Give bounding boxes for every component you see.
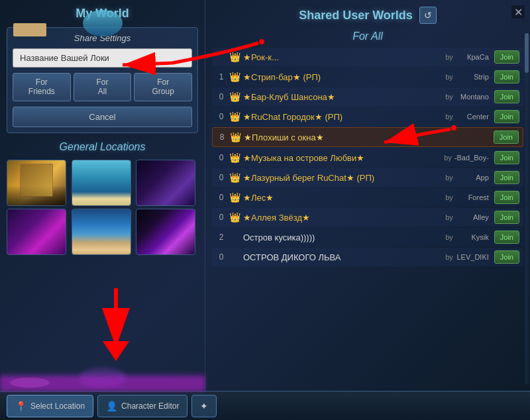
for-group-line1: For [157,78,169,87]
world-name-10: ОСТРОВ ДИКОГО ЛЬВА [243,252,445,262]
world-item-8: 0 👑 ★Аллея Звёзд★ by Alley Join [212,208,523,227]
close-icon: ✕ [514,6,523,19]
world-item-3: 0 👑 ★RuChat Городок★ (РП) by Center Join [212,107,523,126]
location-name-input[interactable] [13,48,192,68]
world-count-3: 0 [216,112,227,121]
crown-icon-8: 👑 [229,212,240,223]
join-button-5[interactable]: Join [494,151,519,164]
worlds-list: 👑 ★Рок-к... by КраСа Join 1 👑 ★Стрип-бар… [212,48,523,266]
world-name-0: ★Рок-к... [243,52,445,62]
thumbnail-grid [7,160,198,255]
for-friends-line2: Friends [28,87,55,96]
world-count-1: 1 [216,72,227,81]
world-name-2: ★Бар-Клуб Шансона★ [243,92,445,102]
world-author-3: Center [456,113,489,121]
world-item-6: 0 👑 ★Лазурный берег RuChat★ (РП) by App … [212,168,523,187]
for-group-line2: Group [152,87,174,96]
world-by-9: by [445,233,453,241]
for-all-button[interactable]: For All [74,73,132,101]
crown-icon-3: 👑 [229,111,240,122]
world-count-8: 0 [216,213,227,222]
world-item-10: 0 👑 ОСТРОВ ДИКОГО ЛЬВА by LEV_DIKI Join [212,248,523,266]
world-author-6: App [456,174,489,182]
share-settings-box: Share Settings For Friends For All For G… [7,27,198,133]
select-location-button[interactable]: 📍 Select Location [7,395,93,417]
world-by-6: by [445,174,453,182]
left-panel: My World Share Settings For Friends For … [0,0,205,391]
character-editor-icon: 👤 [106,401,117,411]
world-by-10: by [445,253,453,261]
refresh-button[interactable]: ↺ [419,7,437,24]
join-button-7[interactable]: Join [494,191,519,204]
world-by-3: by [445,113,453,121]
for-friends-line1: For [36,78,48,87]
world-item-0: 👑 ★Рок-к... by КраСа Join [212,48,523,66]
join-button-2[interactable]: Join [494,90,519,103]
world-author-5: -Bad_Boy- [454,154,489,162]
world-by-5: by [444,154,452,162]
for-friends-button[interactable]: For Friends [13,73,71,101]
world-item-4: 8 👑 ★Плохиши с окна★ Join [212,127,523,147]
world-author-0: КраСа [456,53,489,61]
world-item-9: 2 👑 Остров кусика))))) by Kysik Join [212,228,523,246]
world-name-8: ★Аллея Звёзд★ [243,213,445,223]
join-button-3[interactable]: Join [494,110,519,123]
share-buttons-row: For Friends For All For Group [13,73,192,101]
world-item-7: 0 👑 ★Лес★ by Forest Join [212,188,523,207]
world-name-6: ★Лазурный берег RuChat★ (РП) [243,173,445,183]
crown-icon-6: 👑 [229,172,240,183]
cancel-button[interactable]: Cancel [13,107,192,127]
world-author-7: Forest [456,193,489,201]
general-locations-title: General Locations [7,141,198,153]
location-thumbnail-3[interactable] [136,160,195,206]
taskbar: 📍 Select Location 👤 Character Editor ✦ [0,391,530,420]
character-editor-button[interactable]: 👤 Character Editor [97,395,187,417]
world-by-1: by [445,73,453,81]
world-name-7: ★Лес★ [243,193,445,203]
location-thumbnail-6[interactable] [136,209,195,255]
join-button-10[interactable]: Join [494,250,519,264]
select-location-icon: 📍 [15,401,26,411]
world-item-5: 0 👑 ★Музыка на острове Любви★ by -Bad_Bo… [212,148,523,167]
character-editor-label: Character Editor [121,401,179,411]
world-by-8: by [445,213,453,221]
close-button[interactable]: ✕ [511,5,525,19]
world-author-9: Kysik [456,233,489,241]
world-name-5: ★Музыка на острове Любви★ [243,153,444,163]
refresh-icon: ↺ [424,10,432,21]
for-all-line1: For [97,78,109,87]
join-button-8[interactable]: Join [494,211,519,224]
location-thumbnail-2[interactable] [72,160,131,206]
crown-icon-1: 👑 [229,72,240,82]
crown-icon-5: 👑 [229,152,240,163]
world-count-2: 0 [216,92,227,101]
world-count-10: 0 [216,252,227,262]
world-item-2: 0 👑 ★Бар-Клуб Шансона★ by Montano Join [212,87,523,106]
world-author-1: Strip [456,73,489,81]
scrollbar-thumb[interactable] [525,33,529,73]
crown-icon-7: 👑 [229,192,240,203]
join-button-1[interactable]: Join [494,70,519,83]
for-group-button[interactable]: For Group [134,73,192,101]
location-thumbnail-5[interactable] [72,209,131,255]
world-name-9: Остров кусика))))) [243,233,445,242]
join-button-9[interactable]: Join [494,231,519,244]
world-count-4: 8 [217,132,227,142]
world-name-3: ★RuChat Городок★ (РП) [243,112,445,122]
join-button-0[interactable]: Join [494,50,519,64]
world-count-6: 0 [216,173,227,182]
location-thumbnail-4[interactable] [7,209,66,255]
scrollbar-track[interactable] [525,33,529,384]
join-button-6[interactable]: Join [494,171,519,184]
right-panel-header: Shared User Worlds ↺ [212,7,523,24]
world-count-5: 0 [216,153,227,162]
select-location-label: Select Location [30,401,85,411]
join-button-4[interactable]: Join [494,131,519,144]
world-count-7: 0 [216,193,227,202]
right-panel: Shared User Worlds ↺ For All 👑 ★Рок-к...… [205,0,530,391]
extra-button[interactable]: ✦ [191,395,217,417]
world-by-7: by [445,193,453,201]
crown-icon-4: 👑 [230,132,241,142]
location-thumbnail-1[interactable] [7,160,66,206]
world-name-1: ★Стрип-бар★ (РП) [243,72,445,82]
